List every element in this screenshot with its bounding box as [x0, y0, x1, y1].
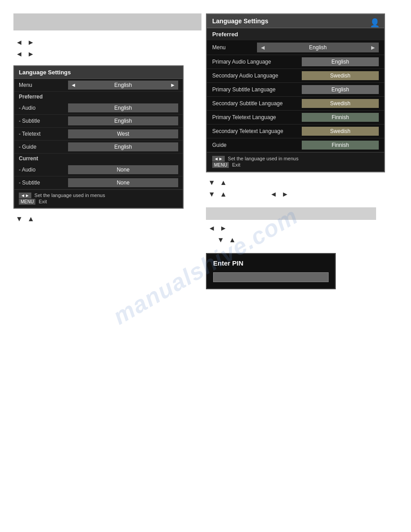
left-footer-icon-2: MENU	[19, 199, 35, 205]
right-secondary-audio-value: Swedish	[302, 71, 379, 80]
right-menu-left-arrow[interactable]: ◄	[260, 44, 266, 51]
right-footer-icon-1: ◄►	[212, 156, 225, 162]
left-footer-row-2: MENU Exit	[19, 199, 178, 204]
left-pref-subtitle-label: - Subtitle	[19, 118, 68, 124]
left-current-head: Current	[14, 154, 183, 163]
right-primary-subtitle-value: English	[302, 85, 379, 94]
right-column: Language Settings 👤 Preferred Menu ◄ Eng…	[206, 13, 398, 289]
right-primary-audio-value: English	[302, 57, 379, 66]
left-column: ◄ ► ◄ ► Language Settings Menu ◄ English…	[13, 13, 201, 223]
left-dialog-footer: ◄► Set the language used in menus MENU E…	[14, 189, 183, 208]
left-nav-arrows-row2: ◄ ►	[13, 50, 201, 58]
left-arrow-left[interactable]: ◄	[71, 82, 76, 88]
left-arrow-2[interactable]: ◄	[15, 50, 23, 58]
right-preferred-head: Preferred	[207, 28, 384, 40]
left-menu-value: English	[76, 82, 170, 88]
right-bottom-arrows-2: ▼ ▲	[215, 236, 398, 244]
right-guide-value: Finnish	[302, 141, 379, 150]
right-primary-teletext-row: Primary Teletext Language Finnish	[207, 111, 384, 124]
right-footer-text-1: Set the language used in menus	[228, 156, 299, 161]
right-guide-row: Guide Finnish	[207, 138, 384, 152]
left-preferred-head: Preferred	[14, 92, 183, 102]
pin-dialog: Enter PIN	[206, 253, 336, 289]
left-dialog-title: Language Settings	[14, 66, 183, 79]
left-pref-teletext-row: - Teletext West	[14, 128, 183, 141]
right-arrow-1[interactable]: ►	[27, 39, 35, 47]
pin-input-bar[interactable]	[213, 272, 329, 282]
right-nav-section: ▼ ▲ ▼ ▲ ◄ ►	[206, 179, 398, 198]
right-primary-teletext-value: Finnish	[302, 113, 379, 122]
left-curr-subtitle-row: - Subtitle None	[14, 176, 183, 189]
right-menu-right-arrow[interactable]: ►	[370, 44, 376, 51]
left-footer-icon-1: ◄►	[19, 193, 31, 198]
right-arrows-1: ▼ ▲	[206, 179, 398, 187]
pin-title: Enter PIN	[207, 254, 335, 270]
right-secondary-teletext-label: Secondary Teletext Language	[212, 128, 302, 134]
left-lang-dialog: Language Settings Menu ◄ English ► Prefe…	[13, 65, 184, 209]
left-curr-audio-value: None	[68, 165, 178, 174]
left-footer-text-1: Set the language used in menus	[34, 193, 105, 198]
left-nav-arrows-row1: ◄ ►	[13, 39, 201, 47]
right-gray-bar	[206, 207, 376, 220]
right-down-arrow-1[interactable]: ▼	[208, 179, 216, 187]
left-curr-subtitle-value: None	[68, 178, 178, 187]
right-right-arrow-3[interactable]: ►	[281, 190, 289, 198]
right-primary-teletext-label: Primary Teletext Language	[212, 114, 302, 120]
right-up-arrow-2[interactable]: ▲	[219, 190, 227, 198]
right-menu-value-nav[interactable]: ◄ English ►	[257, 43, 379, 52]
right-up-arrow-1[interactable]: ▲	[219, 179, 227, 187]
right-menu-row: Menu ◄ English ►	[207, 40, 384, 55]
left-gray-bar	[13, 13, 201, 30]
right-arrows-2: ▼ ▲ ◄ ►	[206, 190, 398, 198]
left-curr-audio-row: - Audio None	[14, 163, 183, 176]
left-pref-guide-label: - Guide	[19, 144, 68, 150]
left-bottom-down-arrow[interactable]: ▼	[15, 215, 23, 223]
right-bottom-up-arrow[interactable]: ▲	[228, 236, 236, 244]
right-left-arrow-3[interactable]: ◄	[270, 190, 278, 198]
right-secondary-subtitle-value: Swedish	[302, 99, 379, 108]
right-secondary-audio-label: Secondary Audio Language	[212, 73, 302, 79]
left-curr-subtitle-label: - Subtitle	[19, 180, 68, 186]
left-menu-row: Menu ◄ English ►	[14, 79, 183, 92]
right-dialog-footer: ◄► Set the language used in menus MENU E…	[207, 152, 384, 172]
left-pref-audio-row: - Audio English	[14, 102, 183, 115]
left-curr-audio-label: - Audio	[19, 167, 68, 173]
left-arrow-right[interactable]: ►	[170, 82, 176, 88]
left-bottom-up-arrow[interactable]: ▲	[27, 215, 35, 223]
right-menu-label: Menu	[212, 44, 257, 51]
right-menu-value: English	[266, 44, 370, 51]
person-icon: 👤	[370, 18, 380, 28]
left-menu-value-box[interactable]: ◄ English ►	[68, 81, 178, 90]
left-pref-subtitle-value: English	[68, 116, 178, 125]
left-pref-guide-row: - Guide English	[14, 141, 183, 154]
right-footer-icon-2: MENU	[212, 162, 229, 168]
right-footer-row-1: ◄► Set the language used in menus	[212, 156, 379, 161]
right-lang-dialog: Language Settings 👤 Preferred Menu ◄ Eng…	[206, 13, 385, 172]
left-bottom-arrows: ▼ ▲	[13, 215, 201, 223]
right-secondary-teletext-row: Secondary Teletext Language Swedish	[207, 124, 384, 138]
right-arrow-2[interactable]: ►	[27, 50, 35, 58]
right-dialog-title: Language Settings 👤	[207, 14, 384, 28]
right-bottom-left-arrow[interactable]: ◄	[208, 224, 216, 232]
right-bottom-arrows: ◄ ►	[206, 224, 398, 232]
left-pref-subtitle-row: - Subtitle English	[14, 115, 183, 128]
right-bottom-down-arrow[interactable]: ▼	[217, 236, 225, 244]
left-pref-guide-value: English	[68, 142, 178, 151]
right-secondary-audio-row: Secondary Audio Language Swedish	[207, 69, 384, 83]
left-footer-text-2: Exit	[39, 199, 47, 204]
right-down-arrow-2[interactable]: ▼	[208, 190, 216, 198]
right-secondary-teletext-value: Swedish	[302, 127, 379, 136]
left-pref-audio-label: - Audio	[19, 105, 68, 111]
right-primary-subtitle-label: Primary Subtitle Language	[212, 86, 302, 93]
right-primary-audio-label: Primary Audio Language	[212, 59, 302, 65]
right-primary-audio-row: Primary Audio Language English	[207, 55, 384, 69]
right-secondary-subtitle-label: Secondary Subtitle Language	[212, 100, 302, 107]
left-pref-teletext-label: - Teletext	[19, 131, 68, 137]
left-arrow-1[interactable]: ◄	[15, 39, 23, 47]
right-primary-subtitle-row: Primary Subtitle Language English	[207, 83, 384, 97]
right-footer-row-2: MENU Exit	[212, 162, 379, 167]
left-footer-row-1: ◄► Set the language used in menus	[19, 193, 178, 198]
left-pref-teletext-value: West	[68, 129, 178, 138]
right-guide-label: Guide	[212, 142, 302, 148]
right-bottom-right-arrow[interactable]: ►	[219, 224, 227, 232]
